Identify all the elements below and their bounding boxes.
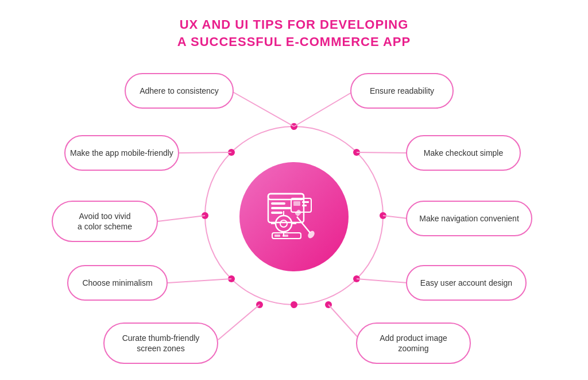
tip-adhere: Adhere to consistency — [125, 73, 234, 109]
tip-vivid: Avoid too vivida color scheme — [52, 201, 158, 242]
svg-line-12 — [179, 152, 231, 153]
svg-line-16 — [294, 91, 354, 126]
svg-line-19 — [357, 279, 408, 283]
tip-account: Easy user account design — [406, 265, 527, 301]
svg-line-20 — [328, 305, 360, 340]
svg-rect-38 — [295, 209, 302, 217]
svg-line-17 — [357, 152, 408, 153]
diagram-container: Adhere to consistency Make the app mobil… — [36, 56, 552, 378]
svg-rect-24 — [271, 207, 291, 209]
svg-line-15 — [218, 305, 260, 340]
center-circle — [239, 162, 349, 271]
tip-thumb: Curate thumb-friendlyscreen zones — [103, 323, 218, 364]
tip-navigation: Make navigation convenient — [406, 201, 532, 236]
svg-line-18 — [383, 216, 408, 218]
tip-zooming: Add product imagezooming — [356, 323, 471, 364]
svg-rect-41 — [283, 235, 288, 237]
svg-rect-27 — [293, 201, 300, 206]
svg-rect-29 — [302, 205, 307, 206]
svg-rect-40 — [274, 235, 280, 237]
svg-rect-25 — [271, 212, 283, 214]
tip-readability: Ensure readability — [350, 73, 454, 109]
svg-line-11 — [231, 91, 294, 126]
svg-rect-28 — [302, 201, 309, 203]
svg-line-14 — [168, 279, 231, 283]
svg-rect-23 — [271, 202, 285, 205]
svg-point-5 — [291, 301, 297, 308]
svg-line-13 — [158, 216, 205, 221]
svg-point-31 — [280, 220, 287, 227]
svg-point-30 — [276, 216, 292, 232]
tip-minimalism: Choose minimalism — [67, 265, 168, 301]
page-title: UX AND UI TIPS FOR DEVELOPING A SUCCESSF… — [177, 16, 411, 50]
tip-checkout: Make checkout simple — [406, 135, 521, 171]
tip-mobile: Make the app mobile-friendly — [64, 135, 179, 171]
